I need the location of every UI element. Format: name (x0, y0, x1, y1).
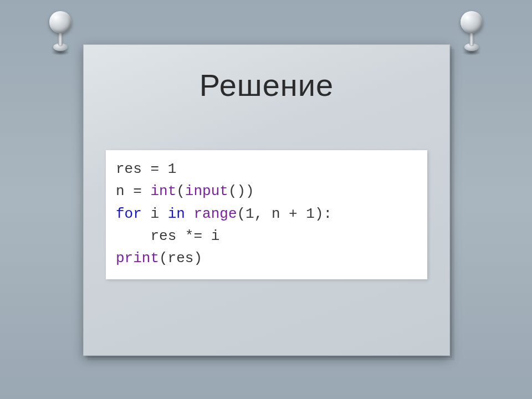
code-token: n (116, 183, 133, 200)
code-token: input (185, 183, 228, 200)
paper-sheet-inner: Решение res = 1 n = int(input()) for i i… (84, 45, 449, 355)
code-token: print (116, 250, 159, 267)
code-token: *= (185, 228, 211, 244)
pushpin-left-icon (44, 11, 76, 54)
code-token: for (116, 206, 142, 222)
code-token: res (116, 161, 150, 177)
code-token (159, 206, 168, 222)
code-token: = (150, 161, 167, 177)
code-token: 1 (168, 161, 177, 177)
code-token: i (150, 206, 159, 222)
slide-title: Решение (84, 67, 449, 103)
code-token (185, 206, 194, 222)
code-token: (1, n + 1): (237, 206, 332, 222)
code-token (142, 206, 151, 222)
code-token: int (150, 183, 176, 200)
slide-stage: Решение res = 1 n = int(input()) for i i… (0, 0, 532, 399)
code-token: range (193, 206, 237, 222)
paper-sheet: Решение res = 1 n = int(input()) for i i… (83, 44, 450, 356)
code-snippet: res = 1 n = int(input()) for i in range(… (106, 150, 427, 279)
code-token: = (133, 183, 150, 200)
pushpin-right-icon (456, 11, 488, 54)
code-token: ( (176, 183, 185, 200)
code-token: ()) (228, 183, 254, 200)
code-token: in (168, 206, 185, 222)
code-token: res (150, 228, 185, 244)
code-token (116, 228, 150, 244)
code-token: (res) (159, 250, 202, 267)
code-token: i (211, 228, 220, 244)
